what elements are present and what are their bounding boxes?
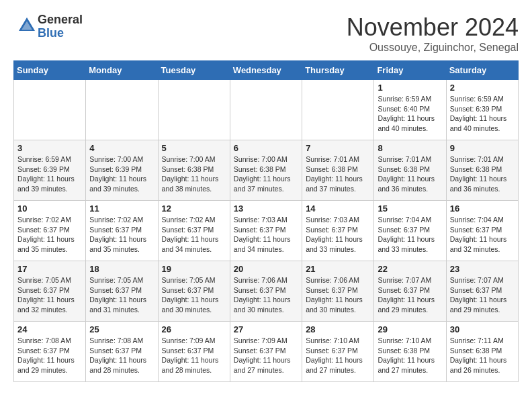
- day-number: 26: [162, 324, 226, 334]
- day-info: Sunrise: 6:59 AM Sunset: 6:39 PM Dayligh…: [17, 154, 82, 194]
- calendar-cell: 12Sunrise: 7:02 AM Sunset: 6:37 PM Dayli…: [158, 201, 230, 261]
- day-info: Sunrise: 7:07 AM Sunset: 6:37 PM Dayligh…: [450, 275, 515, 315]
- day-info: Sunrise: 7:01 AM Sunset: 6:38 PM Dayligh…: [306, 154, 370, 194]
- calendar-week-1: 1Sunrise: 6:59 AM Sunset: 6:40 PM Daylig…: [14, 80, 519, 140]
- day-number: 1: [378, 83, 442, 93]
- calendar-cell: 13Sunrise: 7:03 AM Sunset: 6:37 PM Dayli…: [230, 201, 302, 261]
- day-info: Sunrise: 7:01 AM Sunset: 6:38 PM Dayligh…: [450, 154, 515, 194]
- calendar-cell: 16Sunrise: 7:04 AM Sunset: 6:37 PM Dayli…: [446, 201, 518, 261]
- calendar-cell: 4Sunrise: 7:00 AM Sunset: 6:39 PM Daylig…: [86, 140, 158, 201]
- day-info: Sunrise: 7:02 AM Sunset: 6:37 PM Dayligh…: [89, 215, 154, 255]
- day-header-monday: Monday: [86, 61, 158, 80]
- day-info: Sunrise: 7:10 AM Sunset: 6:38 PM Dayligh…: [378, 336, 442, 375]
- day-number: 18: [89, 264, 154, 274]
- calendar-cell: 5Sunrise: 7:00 AM Sunset: 6:38 PM Daylig…: [158, 140, 230, 201]
- day-number: 23: [450, 264, 515, 274]
- day-number: 17: [17, 264, 82, 274]
- month-title: November 2024: [347, 13, 519, 42]
- day-info: Sunrise: 7:03 AM Sunset: 6:37 PM Dayligh…: [306, 215, 370, 255]
- calendar-cell: 23Sunrise: 7:07 AM Sunset: 6:37 PM Dayli…: [446, 261, 518, 322]
- calendar-cell: 15Sunrise: 7:04 AM Sunset: 6:37 PM Dayli…: [374, 201, 446, 261]
- calendar-week-2: 3Sunrise: 6:59 AM Sunset: 6:39 PM Daylig…: [14, 140, 519, 201]
- day-number: 10: [17, 203, 82, 214]
- calendar-cell: [230, 80, 302, 140]
- day-number: 5: [162, 143, 226, 153]
- calendar-cell: 1Sunrise: 6:59 AM Sunset: 6:40 PM Daylig…: [374, 80, 446, 140]
- day-info: Sunrise: 7:09 AM Sunset: 6:37 PM Dayligh…: [234, 336, 298, 375]
- day-info: Sunrise: 7:09 AM Sunset: 6:37 PM Dayligh…: [162, 336, 226, 375]
- day-number: 9: [450, 143, 515, 153]
- day-number: 19: [162, 264, 226, 274]
- calendar-cell: 7Sunrise: 7:01 AM Sunset: 6:38 PM Daylig…: [302, 140, 374, 201]
- calendar-cell: 20Sunrise: 7:06 AM Sunset: 6:37 PM Dayli…: [230, 261, 302, 322]
- day-number: 6: [234, 143, 298, 153]
- calendar-cell: [158, 80, 230, 140]
- day-number: 20: [234, 264, 298, 274]
- day-number: 30: [450, 324, 515, 334]
- day-info: Sunrise: 6:59 AM Sunset: 6:40 PM Dayligh…: [378, 94, 442, 134]
- day-info: Sunrise: 7:00 AM Sunset: 6:38 PM Dayligh…: [234, 154, 298, 194]
- calendar-cell: 18Sunrise: 7:05 AM Sunset: 6:37 PM Dayli…: [86, 261, 158, 322]
- logo-blue: Blue: [38, 27, 83, 40]
- calendar-cell: 29Sunrise: 7:10 AM Sunset: 6:38 PM Dayli…: [374, 322, 446, 382]
- day-info: Sunrise: 6:59 AM Sunset: 6:39 PM Dayligh…: [450, 94, 515, 134]
- day-number: 28: [306, 324, 370, 334]
- day-info: Sunrise: 7:02 AM Sunset: 6:37 PM Dayligh…: [17, 215, 82, 255]
- calendar-cell: 19Sunrise: 7:05 AM Sunset: 6:37 PM Dayli…: [158, 261, 230, 322]
- calendar-cell: [14, 80, 86, 140]
- calendar-cell: 22Sunrise: 7:07 AM Sunset: 6:37 PM Dayli…: [374, 261, 446, 322]
- day-number: 25: [89, 324, 154, 334]
- day-info: Sunrise: 7:05 AM Sunset: 6:37 PM Dayligh…: [17, 275, 82, 315]
- day-info: Sunrise: 7:02 AM Sunset: 6:37 PM Dayligh…: [162, 215, 226, 255]
- location-subtitle: Oussouye, Ziguinchor, Senegal: [347, 42, 519, 54]
- day-info: Sunrise: 7:05 AM Sunset: 6:37 PM Dayligh…: [89, 275, 154, 315]
- day-info: Sunrise: 7:07 AM Sunset: 6:37 PM Dayligh…: [378, 275, 442, 315]
- calendar-cell: 6Sunrise: 7:00 AM Sunset: 6:38 PM Daylig…: [230, 140, 302, 201]
- calendar-cell: 17Sunrise: 7:05 AM Sunset: 6:37 PM Dayli…: [14, 261, 86, 322]
- day-number: 14: [306, 203, 370, 214]
- calendar-cell: 28Sunrise: 7:10 AM Sunset: 6:37 PM Dayli…: [302, 322, 374, 382]
- calendar-header-row: SundayMondayTuesdayWednesdayThursdayFrid…: [14, 61, 519, 80]
- logo-general: General: [38, 13, 83, 27]
- calendar-table: SundayMondayTuesdayWednesdayThursdayFrid…: [13, 60, 519, 382]
- calendar-cell: 24Sunrise: 7:08 AM Sunset: 6:37 PM Dayli…: [14, 322, 86, 382]
- calendar-cell: 11Sunrise: 7:02 AM Sunset: 6:37 PM Dayli…: [86, 201, 158, 261]
- day-number: 2: [450, 83, 515, 93]
- page-header: General Blue November 2024 Oussouye, Zig…: [13, 13, 519, 54]
- day-number: 8: [378, 143, 442, 153]
- day-number: 4: [89, 143, 154, 153]
- calendar-week-3: 10Sunrise: 7:02 AM Sunset: 6:37 PM Dayli…: [14, 201, 519, 261]
- day-number: 15: [378, 203, 442, 214]
- day-header-saturday: Saturday: [446, 61, 518, 80]
- day-header-sunday: Sunday: [14, 61, 86, 80]
- day-number: 3: [17, 143, 82, 153]
- day-number: 29: [378, 324, 442, 334]
- day-number: 24: [17, 324, 82, 334]
- day-info: Sunrise: 7:10 AM Sunset: 6:37 PM Dayligh…: [306, 336, 370, 375]
- day-info: Sunrise: 7:04 AM Sunset: 6:37 PM Dayligh…: [450, 215, 515, 255]
- day-info: Sunrise: 7:08 AM Sunset: 6:37 PM Dayligh…: [89, 336, 154, 375]
- calendar-cell: 27Sunrise: 7:09 AM Sunset: 6:37 PM Dayli…: [230, 322, 302, 382]
- day-info: Sunrise: 7:00 AM Sunset: 6:39 PM Dayligh…: [89, 154, 154, 194]
- calendar-cell: 25Sunrise: 7:08 AM Sunset: 6:37 PM Dayli…: [86, 322, 158, 382]
- logo: General Blue: [13, 13, 83, 40]
- calendar-cell: 2Sunrise: 6:59 AM Sunset: 6:39 PM Daylig…: [446, 80, 518, 140]
- calendar-cell: 3Sunrise: 6:59 AM Sunset: 6:39 PM Daylig…: [14, 140, 86, 201]
- day-number: 22: [378, 264, 442, 274]
- day-info: Sunrise: 7:05 AM Sunset: 6:37 PM Dayligh…: [162, 275, 226, 315]
- calendar-cell: 14Sunrise: 7:03 AM Sunset: 6:37 PM Dayli…: [302, 201, 374, 261]
- day-info: Sunrise: 7:04 AM Sunset: 6:37 PM Dayligh…: [378, 215, 442, 255]
- calendar-week-4: 17Sunrise: 7:05 AM Sunset: 6:37 PM Dayli…: [14, 261, 519, 322]
- calendar-cell: 9Sunrise: 7:01 AM Sunset: 6:38 PM Daylig…: [446, 140, 518, 201]
- day-number: 11: [89, 203, 154, 214]
- day-number: 21: [306, 264, 370, 274]
- day-number: 12: [162, 203, 226, 214]
- day-number: 27: [234, 324, 298, 334]
- day-info: Sunrise: 7:01 AM Sunset: 6:38 PM Dayligh…: [378, 154, 442, 194]
- day-info: Sunrise: 7:03 AM Sunset: 6:37 PM Dayligh…: [234, 215, 298, 255]
- day-info: Sunrise: 7:06 AM Sunset: 6:37 PM Dayligh…: [306, 275, 370, 315]
- calendar-cell: 26Sunrise: 7:09 AM Sunset: 6:37 PM Dayli…: [158, 322, 230, 382]
- day-header-friday: Friday: [374, 61, 446, 80]
- day-number: 13: [234, 203, 298, 214]
- day-header-wednesday: Wednesday: [230, 61, 302, 80]
